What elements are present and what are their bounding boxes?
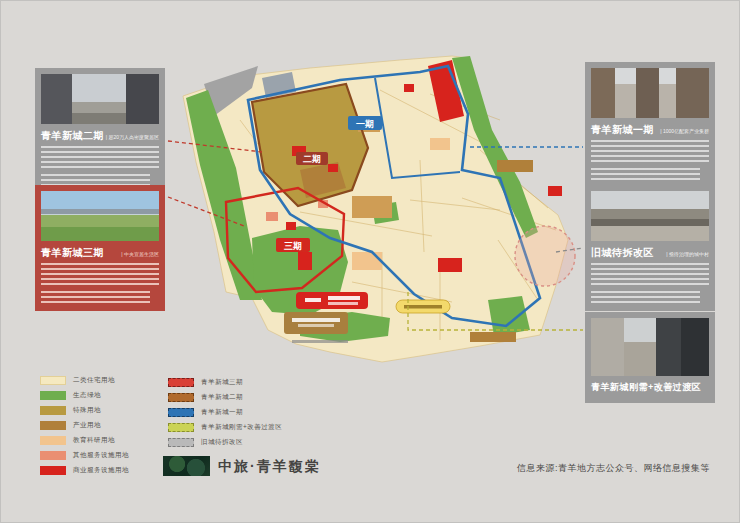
red-banner-textbar: [328, 302, 358, 305]
callout-card-transition: 青羊新城刚需+改善过渡区: [585, 312, 715, 403]
card-title: 青羊新城三期: [41, 246, 104, 260]
legend-label: 特殊用地: [73, 406, 101, 415]
legend-label: 青羊新城三期: [201, 378, 243, 387]
legend-item-education: 教育科研用地: [40, 436, 115, 445]
legend-item-phase2: 青羊新城二期: [168, 393, 243, 402]
legend-swatch: [40, 466, 66, 475]
red-banner-textbar: [328, 296, 360, 300]
legend-swatch: [40, 436, 66, 445]
phase2-label: 二期: [303, 154, 321, 164]
callout-card-oldtown: 旧城待拆改区 | 亟待治理的城中村: [585, 185, 715, 311]
brown-box-textbar: [298, 324, 334, 327]
phase1-photo: [591, 68, 709, 118]
legend-label: 青羊新城刚需+改善过渡区: [201, 423, 282, 432]
legend-label: 青羊新城二期: [201, 393, 243, 402]
callout-card-phase1: 青羊新城一期 | 1000亿配套产业集群: [585, 62, 715, 188]
card-title: 青羊新城刚需+改善过渡区: [591, 381, 701, 394]
callout-card-phase2: 青羊新城二期 | 超20万人高密度聚居区: [35, 68, 165, 194]
legend-item-transition: 青羊新城刚需+改善过渡区: [168, 423, 282, 432]
info-source-text: 信息来源:青羊地方志公众号、网络信息搜集等: [517, 462, 710, 475]
legend-label: 其他服务设施用地: [73, 451, 129, 460]
card-subtitle: | 1000亿配套产业集群: [660, 128, 709, 134]
transition-photo: [591, 318, 709, 376]
brand-logo-text: 中旅·青羊馥棠: [218, 458, 321, 476]
brand-logo-image: [163, 456, 210, 476]
card-bodytext-bars: [41, 291, 150, 304]
legend-label: 二类住宅用地: [73, 376, 115, 385]
legend-swatch: [40, 376, 66, 385]
card-title: 旧城待拆改区: [591, 246, 654, 260]
phase1-label: 一期: [356, 119, 374, 129]
legend-item-residential: 二类住宅用地: [40, 376, 115, 385]
oldtown-photo: [591, 191, 709, 241]
oldtown-circle: [515, 226, 575, 286]
card-subtitle: | 中央宜居生活区: [121, 251, 159, 257]
brown-box-textbar: [292, 318, 340, 322]
map-caption-textbar: [292, 340, 348, 343]
brown-box: [284, 312, 348, 334]
callout-card-phase3: 青羊新城三期 | 中央宜居生活区: [35, 185, 165, 311]
legend-swatch: [40, 421, 66, 430]
legend-item-special: 特殊用地: [40, 406, 101, 415]
legend-label: 商业服务设施用地: [73, 466, 129, 475]
poster-page: 一期 二期 三期 青羊新城二期 | 超20万人高密度聚居区 青羊新城三期 | 中…: [0, 0, 740, 523]
legend-label: 青羊新城一期: [201, 408, 243, 417]
legend-item-phase3: 青羊新城三期: [168, 378, 243, 387]
legend-swatch: [168, 423, 194, 432]
card-title: 青羊新城二期: [41, 129, 104, 143]
card-bodytext-bars: [591, 263, 709, 286]
phase3-photo: [41, 191, 159, 241]
legend-swatch: [168, 378, 194, 387]
legend-item-eco-green: 生态绿地: [40, 391, 101, 400]
card-bodytext-bars: [41, 146, 159, 169]
legend-swatch: [168, 408, 194, 417]
yellow-pill-textbar: [404, 305, 442, 309]
phase3-label: 三期: [284, 241, 302, 251]
legend-label: 生态绿地: [73, 391, 101, 400]
legend-swatch: [168, 393, 194, 402]
card-bodytext-bars: [591, 168, 700, 181]
card-bodytext-bars: [41, 263, 159, 286]
legend-label: 产业用地: [73, 421, 101, 430]
legend-item-industry: 产业用地: [40, 421, 101, 430]
card-bodytext-bars: [591, 291, 700, 304]
card-title: 青羊新城一期: [591, 123, 654, 137]
legend-item-commercial: 商业服务设施用地: [40, 466, 129, 475]
legend-item-oldtown: 旧城待拆改区: [168, 438, 243, 447]
card-bodytext-bars: [591, 140, 709, 163]
legend-swatch: [40, 391, 66, 400]
phase2-photo: [41, 74, 159, 124]
legend-label: 旧城待拆改区: [201, 438, 243, 447]
legend-label: 教育科研用地: [73, 436, 115, 445]
legend-swatch: [40, 451, 66, 460]
card-subtitle: | 亟待治理的城中村: [666, 251, 709, 257]
red-banner-textbar: [305, 298, 321, 302]
legend-item-phase1: 青羊新城一期: [168, 408, 243, 417]
card-subtitle: | 超20万人高密度聚居区: [106, 134, 159, 140]
legend-swatch: [40, 406, 66, 415]
legend-item-other-service: 其他服务设施用地: [40, 451, 129, 460]
legend-swatch: [168, 438, 194, 447]
